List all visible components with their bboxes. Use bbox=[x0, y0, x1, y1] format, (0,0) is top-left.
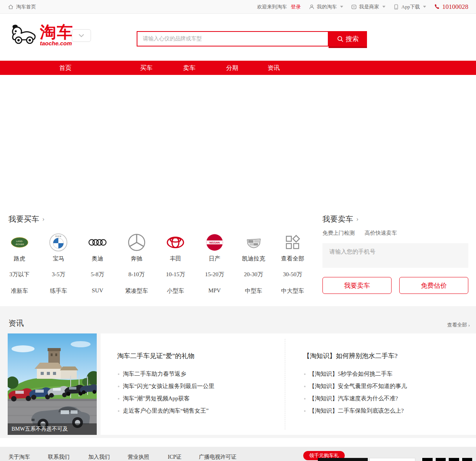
svg-text:-ROVER: -ROVER bbox=[15, 243, 24, 245]
news-col2-title[interactable]: 【淘知识】如何辨别泡水二手车? bbox=[303, 352, 398, 360]
topbar-menu: 欢迎来到淘车 登录 我的淘车 我是商家 App下载 bbox=[257, 3, 468, 11]
hotline[interactable]: 10100028 bbox=[434, 3, 468, 11]
welcome-text: 欢迎来到淘车 bbox=[257, 3, 287, 10]
brand-label: 丰田 bbox=[170, 255, 181, 262]
brand-label: 日产 bbox=[209, 255, 220, 262]
free-estimate-button[interactable]: 免费估价 bbox=[399, 277, 468, 294]
sell-phone-input[interactable] bbox=[322, 243, 468, 268]
sell-car-button[interactable]: 我要卖车 bbox=[322, 277, 392, 294]
merchant-menu[interactable]: 我是商家 bbox=[351, 3, 385, 10]
brand-item-nissan[interactable]: NISSAN 日产 bbox=[205, 233, 224, 262]
sell-subtitle-1: 免费上门检测 bbox=[322, 230, 355, 237]
nissan-logo-icon: NISSAN bbox=[205, 233, 224, 252]
brand-item-landrover[interactable]: LAND- -ROVER 路虎 bbox=[10, 233, 29, 262]
news-item[interactable]: 【淘知识】5秒学会如何挑二手车 bbox=[304, 370, 393, 378]
news-item[interactable]: 【淘知识】安全气囊里你不知道的事儿 bbox=[304, 383, 407, 390]
svg-text:NISSAN: NISSAN bbox=[209, 241, 220, 244]
price-range-link[interactable]: 15-20万 bbox=[205, 271, 224, 278]
car-type-link[interactable]: 中大型车 bbox=[281, 287, 304, 295]
price-range-row: 3万以下 3-5万 5-8万 8-10万 10-15万 15-20万 20-30… bbox=[0, 271, 312, 278]
app-download-menu[interactable]: App下载 bbox=[393, 3, 426, 10]
search-icon bbox=[337, 36, 344, 42]
footer-link-join[interactable]: 加入我们 bbox=[88, 454, 110, 461]
brand-grid: LAND- -ROVER 路虎 B M W 宝马 奥迪 bbox=[0, 233, 312, 262]
nav-item-news[interactable]: 资讯 bbox=[268, 61, 280, 75]
brand-item-audi[interactable]: 奥迪 bbox=[88, 233, 107, 262]
brand-item-toyota[interactable]: 丰田 bbox=[166, 233, 185, 262]
news-section-title: 资讯 bbox=[8, 318, 24, 328]
car-type-link[interactable]: SUV bbox=[92, 287, 103, 295]
nav-item-finance[interactable]: 分期 bbox=[226, 61, 238, 75]
price-range-link[interactable]: 3-5万 bbox=[52, 271, 65, 278]
logo-text: 淘车 taoche.com bbox=[40, 24, 74, 46]
buy-section-title[interactable]: 我要买车 › bbox=[8, 214, 45, 224]
footer-link-broadcast[interactable]: 广播电视许可证 bbox=[199, 454, 236, 461]
footer-link-license[interactable]: 营业执照 bbox=[128, 454, 149, 461]
partial-miniprogram-logo bbox=[318, 458, 368, 461]
login-link[interactable]: 登录 bbox=[291, 3, 301, 10]
brand-item-cadillac[interactable]: 凯迪拉克 bbox=[242, 233, 265, 262]
my-taoche-menu[interactable]: 我的淘车 bbox=[309, 3, 343, 10]
nav-item-sell[interactable]: 卖车 bbox=[183, 61, 195, 75]
car-type-link[interactable]: 中型车 bbox=[245, 287, 262, 295]
search-input[interactable] bbox=[137, 31, 329, 46]
city-dropdown-button[interactable] bbox=[72, 29, 91, 42]
brand-item-view-all[interactable]: 查看全部 bbox=[281, 233, 304, 262]
brand-item-bmw[interactable]: B M W 宝马 bbox=[49, 233, 68, 262]
news-image-caption: BMW五系不再遥不可及 bbox=[8, 423, 97, 435]
footer: 关于淘车 联系我们 加入我们 营业执照 ICP证 广播电视许可证 领千元购车礼 bbox=[0, 447, 476, 461]
car-type-link[interactable]: 紧凑型车 bbox=[125, 287, 148, 295]
brand-item-mercedes[interactable]: 奔驰 bbox=[127, 233, 146, 262]
search-bar: 搜索 bbox=[137, 31, 367, 48]
news-item[interactable]: 走近客户心里去的淘车“销售女王” bbox=[118, 407, 208, 415]
user-icon bbox=[309, 4, 315, 10]
price-range-link[interactable]: 5-8万 bbox=[91, 271, 104, 278]
home-link[interactable]: 淘车首页 bbox=[8, 3, 36, 10]
brand-label: 查看全部 bbox=[281, 255, 304, 262]
news-item[interactable]: 【淘知识】汽车速度表为什么不准? bbox=[304, 395, 398, 402]
chevron-down-icon bbox=[79, 34, 84, 37]
price-range-link[interactable]: 20-30万 bbox=[244, 271, 263, 278]
car-type-link[interactable]: 准新车 bbox=[11, 287, 28, 295]
news-view-all-link[interactable]: 查看全部 › bbox=[447, 322, 470, 328]
news-item[interactable]: 淘车二手车助力春节返乡 bbox=[118, 370, 186, 378]
main-section: 我要买车 › LAND- -ROVER 路虎 B M W 宝马 bbox=[0, 209, 476, 306]
logo-domain: taoche.com bbox=[40, 40, 72, 46]
news-col1-title[interactable]: 淘车二手车见证“爱”的礼物 bbox=[117, 352, 195, 360]
brand-label: 奔驰 bbox=[131, 255, 142, 262]
sell-title-text: 我要卖车 bbox=[322, 214, 353, 224]
price-range-link[interactable]: 30-50万 bbox=[283, 271, 302, 278]
news-item[interactable]: 淘车“潮”男短视频App获客 bbox=[118, 395, 190, 402]
sell-section-title[interactable]: 我要卖车 › bbox=[322, 214, 359, 224]
footer-link-contact[interactable]: 联系我们 bbox=[48, 454, 69, 461]
price-range-link[interactable]: 3万以下 bbox=[10, 271, 30, 278]
news-view-all-label: 查看全部 bbox=[447, 322, 467, 328]
phone-handset-icon bbox=[434, 3, 440, 10]
main-nav: 首页 买车 卖车 分期 资讯 bbox=[0, 61, 476, 75]
car-type-link[interactable]: MPV bbox=[208, 287, 221, 295]
grid-view-all-icon bbox=[283, 233, 302, 252]
nav-item-buy[interactable]: 买车 bbox=[140, 61, 152, 75]
news-featured-image[interactable]: BMW五系不再遥不可及 bbox=[8, 333, 97, 435]
nav-item-home[interactable]: 首页 bbox=[59, 61, 71, 75]
search-button-label: 搜索 bbox=[346, 35, 359, 43]
news-item[interactable]: 【淘知识】二手车保险到底该怎么上? bbox=[304, 407, 404, 415]
news-item[interactable]: 淘车“闪光”女孩让服务到最后一公里 bbox=[118, 383, 214, 390]
taoche-logo[interactable]: 淘车 taoche.com bbox=[8, 23, 74, 48]
site-header: 淘车 taoche.com 搜索 bbox=[0, 14, 476, 61]
car-type-link[interactable]: 小型车 bbox=[167, 287, 184, 295]
home-link-label: 淘车首页 bbox=[16, 3, 36, 10]
car-type-link[interactable]: 练手车 bbox=[50, 287, 67, 295]
price-range-link[interactable]: 10-15万 bbox=[166, 271, 185, 278]
car-type-row: 准新车 练手车 SUV 紧凑型车 小型车 MPV 中型车 中大型车 bbox=[0, 287, 312, 295]
logo-title: 淘车 bbox=[40, 24, 74, 41]
footer-link-icp[interactable]: ICP证 bbox=[168, 454, 182, 461]
chevron-right-icon: › bbox=[356, 215, 359, 223]
chevron-down-icon bbox=[423, 6, 426, 8]
footer-link-about[interactable]: 关于淘车 bbox=[8, 454, 30, 461]
search-button[interactable]: 搜索 bbox=[329, 31, 367, 48]
chevron-down-icon bbox=[340, 6, 343, 8]
dotted-divider bbox=[285, 339, 285, 429]
bmw-photo-illustration bbox=[8, 333, 97, 435]
price-range-link[interactable]: 8-10万 bbox=[128, 271, 145, 278]
